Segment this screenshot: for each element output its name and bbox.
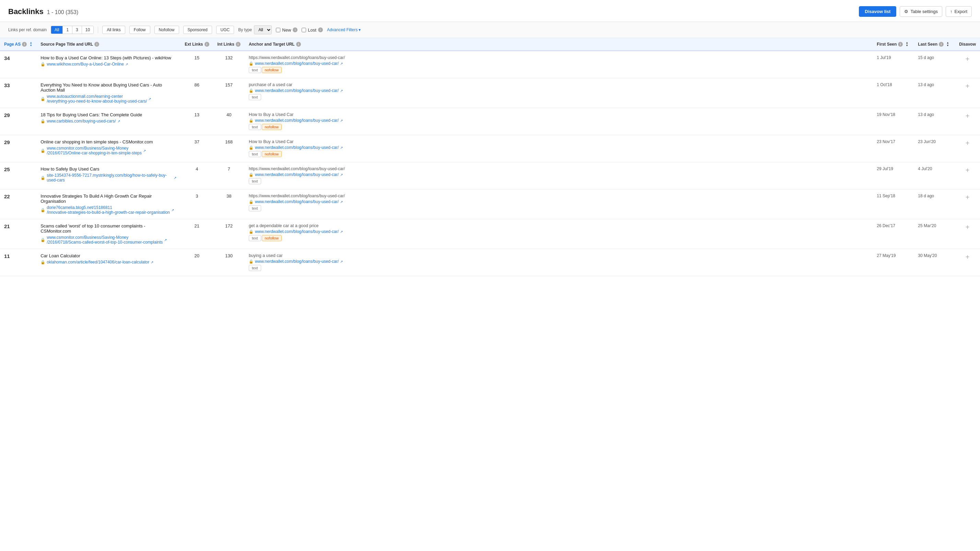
source-url-link[interactable]: site-1354374-9556-7217.mystrikingly.com/… bbox=[47, 173, 172, 183]
lock-icon: 🔒 bbox=[40, 119, 45, 124]
external-link-icon[interactable]: ↗ bbox=[340, 146, 343, 149]
source-url-link[interactable]: www.carbibles.com/buying-used-cars/ bbox=[47, 119, 116, 124]
cell-int-links: 132 bbox=[213, 51, 245, 78]
disavow-button[interactable]: + bbox=[963, 83, 972, 90]
cell-int-links: 7 bbox=[213, 162, 245, 189]
source-url-link[interactable]: www.csmonitor.com/Business/Saving-Money/… bbox=[47, 146, 142, 156]
table-row: 34 How to Buy a Used Car Online: 13 Step… bbox=[0, 51, 980, 78]
external-link-icon[interactable]: ↗ bbox=[340, 173, 343, 177]
per-ref-10-btn[interactable]: 10 bbox=[82, 26, 93, 33]
per-ref-all-btn[interactable]: All bbox=[51, 26, 63, 33]
disavow-button[interactable]: + bbox=[963, 139, 972, 147]
lost-label[interactable]: Lost bbox=[308, 27, 317, 33]
source-url-link[interactable]: www.csmonitor.com/Business/Saving-Money/… bbox=[47, 235, 163, 245]
cell-anchor: purchase of a used car 🔒 www.nerdwallet.… bbox=[245, 78, 873, 108]
cell-anchor: https://www.nerdwallet.com/blog/loans/bu… bbox=[245, 162, 873, 189]
target-url-link[interactable]: www.nerdwallet.com/blog/loans/buy-used-c… bbox=[255, 145, 339, 150]
disavow-button[interactable]: + bbox=[963, 223, 972, 231]
source-url-link[interactable]: www.autoauctionmall.com/learning-center/… bbox=[47, 94, 147, 103]
external-link-icon[interactable]: ↗ bbox=[173, 176, 177, 180]
target-url-link[interactable]: www.nerdwallet.com/blog/loans/buy-used-c… bbox=[255, 118, 339, 123]
table-settings-button[interactable]: ⚙ Table settings bbox=[900, 6, 942, 17]
new-checkbox[interactable] bbox=[276, 28, 280, 32]
nofollow-btn[interactable]: Nofollow bbox=[154, 26, 179, 34]
sponsored-btn[interactable]: Sponsored bbox=[183, 26, 212, 34]
lock-icon: 🔒 bbox=[249, 173, 254, 177]
export-button[interactable]: ↑ Export bbox=[946, 6, 972, 17]
source-title: 18 Tips for Buying Used Cars: The Comple… bbox=[40, 112, 177, 118]
chevron-down-icon: ▾ bbox=[359, 27, 361, 32]
disavow-button[interactable]: + bbox=[963, 55, 972, 63]
external-link-icon[interactable]: ↗ bbox=[171, 208, 174, 212]
cell-disavow: + bbox=[955, 78, 980, 108]
cell-ext-links: 4 bbox=[180, 162, 213, 189]
th-ext-links[interactable]: Ext Links i bbox=[180, 38, 213, 51]
target-url-link[interactable]: www.nerdwallet.com/blog/loans/buy-used-c… bbox=[255, 88, 339, 93]
source-url-link[interactable]: dorie76camelia.blog5.net/15186811/innova… bbox=[47, 205, 170, 215]
external-link-icon[interactable]: ↗ bbox=[164, 238, 167, 242]
disavow-button[interactable]: + bbox=[963, 194, 972, 202]
ugc-btn[interactable]: UGC bbox=[216, 26, 234, 34]
cell-last-seen: 13 d ago bbox=[914, 108, 955, 135]
external-link-icon[interactable]: ↗ bbox=[340, 119, 343, 122]
external-link-icon[interactable]: ↗ bbox=[340, 230, 343, 233]
cell-anchor: https://www.nerdwallet.com/blog/loans/bu… bbox=[245, 51, 873, 78]
cell-first-seen: 11 Sep'18 bbox=[873, 189, 914, 219]
external-link-icon[interactable]: ↗ bbox=[125, 62, 128, 66]
external-link-icon[interactable]: ↗ bbox=[148, 97, 151, 101]
new-label[interactable]: New bbox=[282, 27, 291, 33]
cell-ext-links: 3 bbox=[180, 189, 213, 219]
target-url-link[interactable]: www.nerdwallet.com/blog/loans/buy-used-c… bbox=[255, 229, 339, 234]
all-links-btn[interactable]: All links bbox=[102, 26, 125, 34]
lost-checkbox[interactable] bbox=[302, 28, 306, 32]
external-link-icon[interactable]: ↗ bbox=[117, 119, 120, 123]
table-row: 29 Online car shopping in ten simple ste… bbox=[0, 135, 980, 162]
tag-text: text bbox=[249, 67, 261, 73]
source-url-link[interactable]: oklahoman.com/article/feed/1047406/car-l… bbox=[47, 260, 149, 265]
tags-container: text bbox=[249, 204, 869, 212]
int-links-info-icon[interactable]: i bbox=[236, 42, 240, 47]
anchor-info-icon[interactable]: i bbox=[296, 42, 301, 47]
first-seen-info-icon[interactable]: i bbox=[898, 42, 903, 47]
source-title: Car Loan Calculator bbox=[40, 253, 177, 258]
external-link-icon[interactable]: ↗ bbox=[340, 260, 343, 264]
first-seen-value: 23 Nov'17 bbox=[877, 139, 895, 144]
external-link-icon[interactable]: ↗ bbox=[143, 149, 146, 152]
per-ref-3-btn[interactable]: 3 bbox=[72, 26, 82, 33]
advanced-filters-link[interactable]: Advanced Filters ▾ bbox=[327, 27, 361, 32]
source-url-link[interactable]: www.wikihow.com/Buy-a-Used-Car-Online bbox=[47, 62, 124, 67]
anchor-url-row: 🔒 www.nerdwallet.com/blog/loans/buy-used… bbox=[249, 172, 869, 177]
th-last-seen[interactable]: Last Seen i ▲▼ bbox=[914, 38, 955, 51]
lost-info-icon[interactable]: i bbox=[318, 27, 323, 32]
th-first-seen[interactable]: First Seen i ▲▼ bbox=[873, 38, 914, 51]
table-row: 25 How to Safely Buy Used Cars 🔒 site-13… bbox=[0, 162, 980, 189]
th-page-as[interactable]: Page AS i ▲▼ bbox=[0, 38, 37, 51]
target-url-link[interactable]: www.nerdwallet.com/blog/loans/buy-used-c… bbox=[255, 172, 339, 177]
last-seen-info-icon[interactable]: i bbox=[939, 42, 943, 47]
external-link-icon[interactable]: ↗ bbox=[340, 62, 343, 65]
external-link-icon[interactable]: ↗ bbox=[340, 200, 343, 204]
disavow-button[interactable]: + bbox=[963, 167, 972, 174]
th-int-links[interactable]: Int Links i bbox=[213, 38, 245, 51]
ext-links-info-icon[interactable]: i bbox=[205, 42, 209, 47]
tags-container: textnofollow bbox=[249, 234, 869, 242]
page-as-info-icon[interactable]: i bbox=[22, 42, 27, 47]
new-info-icon[interactable]: i bbox=[293, 27, 298, 32]
source-info-icon[interactable]: i bbox=[94, 42, 99, 47]
cell-int-links: 172 bbox=[213, 219, 245, 249]
cell-last-seen: 4 Jul'20 bbox=[914, 162, 955, 189]
disavow-button[interactable]: + bbox=[963, 112, 972, 120]
target-url-link[interactable]: www.nerdwallet.com/blog/loans/buy-used-c… bbox=[255, 199, 339, 204]
external-link-icon[interactable]: ↗ bbox=[151, 260, 153, 264]
follow-btn[interactable]: Follow bbox=[129, 26, 150, 34]
disavow-list-button[interactable]: Disavow list bbox=[859, 6, 896, 17]
per-ref-1-btn[interactable]: 1 bbox=[63, 26, 72, 33]
cell-anchor: How to Buy a Used Car 🔒 www.nerdwallet.c… bbox=[245, 135, 873, 162]
external-link-icon[interactable]: ↗ bbox=[340, 89, 343, 93]
first-seen-value: 1 Oct'18 bbox=[877, 83, 892, 87]
disavow-button[interactable]: + bbox=[963, 253, 972, 261]
target-url-link[interactable]: www.nerdwallet.com/blog/loans/buy-used-c… bbox=[255, 61, 339, 66]
by-type-select[interactable]: All bbox=[254, 25, 272, 34]
target-url-link[interactable]: www.nerdwallet.com/blog/loans/buy-used-c… bbox=[255, 259, 339, 264]
cell-int-links: 130 bbox=[213, 249, 245, 276]
